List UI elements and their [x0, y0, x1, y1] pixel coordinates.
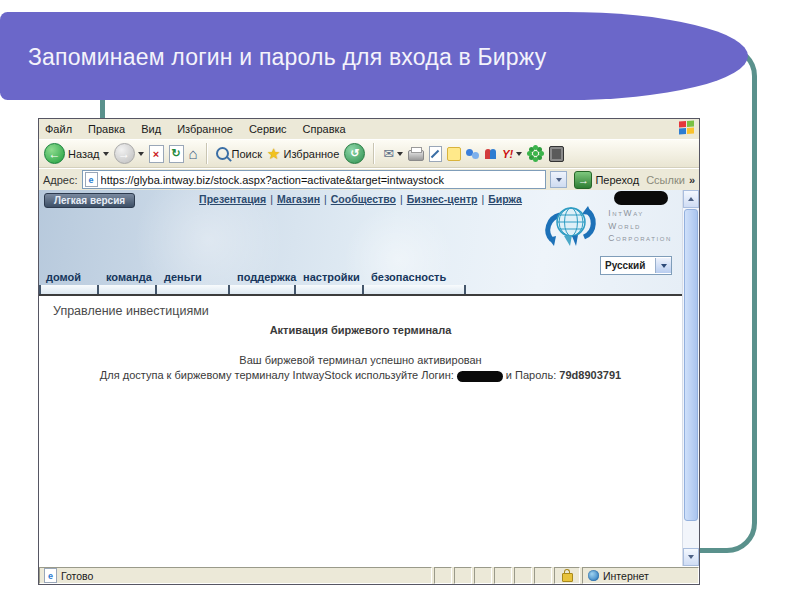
- forward-dropdown-icon[interactable]: [138, 152, 144, 156]
- favorites-button[interactable]: ★ Избранное: [267, 146, 339, 161]
- link-separator: |: [481, 193, 484, 205]
- menu-help[interactable]: Справка: [303, 123, 346, 135]
- forward-button[interactable]: →: [114, 143, 144, 164]
- favorites-star-icon: ★: [267, 146, 280, 161]
- status-ready-panel: e Готово: [39, 567, 432, 584]
- notes-button[interactable]: [447, 147, 461, 161]
- refresh-button[interactable]: ↻: [169, 145, 184, 163]
- slide-title-banner: Запоминаем логин и пароль для входа в Би…: [0, 12, 748, 100]
- back-button[interactable]: ← Назад: [44, 143, 109, 164]
- padlock-icon: [562, 573, 573, 582]
- browser-statusbar: e Готово Интернет: [39, 566, 699, 584]
- intway-logo-text: IntWay World Corporation: [608, 207, 672, 245]
- address-label: Адрес:: [43, 174, 78, 186]
- media-button[interactable]: [549, 146, 564, 162]
- password-value: 79d8903791: [559, 369, 621, 381]
- icq-flower-icon[interactable]: [533, 151, 538, 156]
- tab-team[interactable]: команда: [99, 271, 157, 294]
- mail-icon: ✉: [383, 147, 394, 160]
- links-chevron-icon[interactable]: »: [689, 174, 695, 186]
- search-button[interactable]: Поиск: [216, 147, 262, 160]
- link-presentation[interactable]: Презентация: [199, 193, 266, 205]
- redacted-login: [457, 371, 503, 382]
- link-separator: |: [400, 193, 403, 205]
- scroll-down-icon: [688, 555, 694, 559]
- mail-dropdown-icon[interactable]: [397, 152, 403, 156]
- language-dropdown-icon[interactable]: [655, 258, 671, 273]
- messenger-button[interactable]: [466, 147, 479, 160]
- activation-success-text: Ваш биржевой терминал успешно активирова…: [39, 354, 682, 366]
- intway-logo: IntWay World Corporation: [542, 202, 672, 250]
- browser-menubar: Файл Правка Вид Избранное Сервис Справка: [39, 119, 699, 139]
- language-value: Русский: [601, 260, 655, 271]
- stop-icon: ×: [153, 148, 159, 160]
- browser-toolbar: ← Назад → × ↻ ⌂ Поиск ★ Избранное ↺: [39, 139, 699, 168]
- scroll-up-icon: [688, 197, 694, 201]
- status-segment: [474, 567, 492, 584]
- toolbar-separator: [373, 143, 375, 164]
- status-ready-text: Готово: [61, 570, 93, 582]
- menu-edit[interactable]: Правка: [88, 123, 125, 135]
- status-segment: [494, 567, 512, 584]
- status-zone-panel: Интернет: [582, 567, 699, 584]
- back-dropdown-icon[interactable]: [103, 152, 109, 156]
- back-label: Назад: [68, 148, 100, 160]
- edit-button[interactable]: [429, 146, 442, 162]
- tab-support[interactable]: поддержка: [230, 271, 296, 294]
- ie-page-icon: e: [85, 172, 98, 187]
- msn-button[interactable]: [484, 147, 497, 160]
- go-label: Переход: [595, 174, 639, 186]
- stop-button[interactable]: ×: [149, 145, 164, 163]
- credentials-text: Для доступа к биржевому терминалу Intway…: [39, 369, 682, 382]
- status-zone-text: Интернет: [603, 570, 649, 582]
- link-separator: |: [324, 193, 327, 205]
- status-segment: [534, 567, 552, 584]
- status-segment: [434, 567, 452, 584]
- yahoo-dropdown-icon[interactable]: [516, 152, 522, 156]
- page-content: Легкая версия Презентация|Магазин|Сообще…: [39, 190, 682, 566]
- yahoo-button[interactable]: Y!: [502, 148, 522, 160]
- windows-logo-icon: [679, 120, 695, 136]
- section-title: Управление инвестициями: [53, 304, 682, 318]
- link-exchange[interactable]: Биржа: [488, 193, 522, 205]
- menu-view[interactable]: Вид: [141, 123, 161, 135]
- vertical-scrollbar[interactable]: [682, 190, 699, 566]
- menu-favorites[interactable]: Избранное: [177, 123, 233, 135]
- scroll-down-button[interactable]: [683, 548, 699, 566]
- go-button[interactable]: → Переход: [571, 171, 642, 189]
- tab-money[interactable]: деньги: [157, 271, 230, 294]
- main-content: Управление инвестициями Активация биржев…: [39, 296, 682, 382]
- menu-tools[interactable]: Сервис: [249, 123, 287, 135]
- intway-globe-icon: [542, 202, 600, 250]
- scroll-up-button[interactable]: [683, 190, 699, 208]
- home-button[interactable]: ⌂: [189, 146, 198, 161]
- menu-file[interactable]: Файл: [45, 123, 72, 135]
- link-community[interactable]: Сообщество: [331, 193, 396, 205]
- language-select[interactable]: Русский: [600, 256, 672, 275]
- link-separator: |: [270, 193, 273, 205]
- toolbar-separator: [206, 143, 208, 164]
- tab-settings[interactable]: настройки: [296, 271, 364, 294]
- scrollbar-track[interactable]: [683, 522, 699, 548]
- link-shop[interactable]: Магазин: [277, 193, 320, 205]
- address-input[interactable]: e https://glyba.intway.biz/stock.aspx?ac…: [82, 170, 547, 189]
- status-segment: [514, 567, 532, 584]
- forward-icon: →: [114, 143, 135, 164]
- scrollbar-thumb[interactable]: [684, 209, 698, 521]
- tab-security[interactable]: безопасность: [364, 271, 466, 294]
- search-label: Поиск: [232, 148, 262, 160]
- mail-button[interactable]: ✉: [383, 147, 403, 160]
- status-segment: [454, 567, 472, 584]
- back-icon: ←: [44, 143, 65, 164]
- search-icon: [216, 147, 229, 160]
- history-button[interactable]: ↺: [344, 143, 365, 164]
- site-tabs: домой команда деньги поддержка настройки: [39, 271, 466, 294]
- address-dropdown-button[interactable]: [550, 171, 567, 188]
- activation-title: Активация биржевого терминала: [39, 324, 682, 336]
- address-url[interactable]: https://glyba.intway.biz/stock.aspx?acti…: [101, 174, 544, 186]
- print-button[interactable]: [408, 150, 424, 161]
- tab-home[interactable]: домой: [39, 271, 99, 294]
- links-label[interactable]: Ссылки: [646, 174, 685, 186]
- page-viewport: Легкая версия Презентация|Магазин|Сообще…: [39, 190, 699, 566]
- link-business-center[interactable]: Бизнес-центр: [407, 193, 478, 205]
